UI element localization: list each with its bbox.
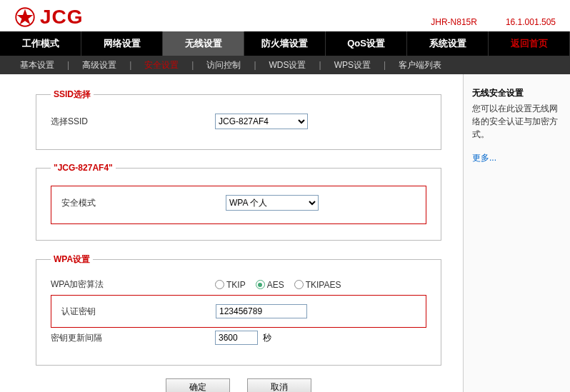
security-fieldset: "JCG-827AF4" 安全模式 WPA 个人 (36, 163, 441, 241)
sidebar-title: 无线安全设置 (472, 87, 561, 99)
nav-wireless[interactable]: 无线设置 (163, 31, 244, 56)
security-mode-label: 安全模式 (61, 197, 226, 209)
radio-tkipaes[interactable]: TKIPAES (294, 280, 341, 290)
wpa-interval-label: 密钥更新间隔 (51, 332, 215, 344)
radio-aes[interactable]: AES (256, 280, 284, 290)
nav-return-home[interactable]: 返回首页 (489, 31, 570, 56)
nav-firewall[interactable]: 防火墙设置 (244, 31, 326, 56)
logo-icon (14, 6, 36, 28)
subnav-security[interactable]: 安全设置 (131, 59, 191, 71)
wpa-key-label: 认证密钥 (61, 306, 216, 318)
wpa-fieldset: WPA设置 WPA加密算法 TKIP AES TKIPAES 认证密钥 密钥 (36, 253, 441, 366)
subnav-wps[interactable]: WPS设置 (321, 59, 384, 71)
subnav-wds[interactable]: WDS设置 (256, 59, 319, 71)
wpa-interval-input[interactable] (215, 331, 258, 345)
interval-suffix: 秒 (263, 333, 271, 343)
sub-nav: 基本设置| 高级设置| 安全设置| 访问控制| WDS设置| WPS设置| 客户… (0, 56, 570, 74)
logo-text: JCG (40, 6, 84, 29)
cancel-button[interactable]: 取消 (247, 378, 311, 392)
ok-button[interactable]: 确定 (166, 378, 230, 392)
sidebar-text: 您可以在此设置无线网络的安全认证与加密方式。 (472, 102, 561, 141)
model-label: JHR-N815R (431, 17, 477, 27)
radio-icon (215, 280, 224, 289)
ssid-legend: SSID选择 (51, 89, 94, 101)
main-content: SSID选择 选择SSID JCG-827AF4 "JCG-827AF4" 安全… (0, 74, 463, 392)
wpa-key-input[interactable] (216, 304, 307, 318)
wpa-algo-label: WPA加密算法 (51, 278, 215, 291)
subnav-clients[interactable]: 客户端列表 (386, 59, 454, 71)
sidebar: 无线安全设置 您可以在此设置无线网络的安全认证与加密方式。 更多... (463, 74, 570, 392)
security-legend: "JCG-827AF4" (51, 163, 116, 173)
nav-work-mode[interactable]: 工作模式 (0, 31, 81, 56)
security-highlight: 安全模式 WPA 个人 (51, 186, 426, 224)
radio-icon (294, 280, 304, 289)
wpa-legend: WPA设置 (51, 253, 93, 266)
header: JCG JHR-N815R 16.1.001.505 (0, 0, 570, 31)
ssid-fieldset: SSID选择 选择SSID JCG-827AF4 (36, 89, 441, 150)
security-mode-select[interactable]: WPA 个人 (226, 195, 319, 211)
logo: JCG (14, 6, 84, 29)
version-label: 16.1.001.505 (506, 17, 556, 27)
nav-network[interactable]: 网络设置 (81, 31, 163, 56)
subnav-advanced[interactable]: 高级设置 (69, 59, 129, 71)
ssid-label: 选择SSID (51, 116, 215, 128)
ssid-select[interactable]: JCG-827AF4 (215, 114, 308, 129)
subnav-basic[interactable]: 基本设置 (7, 59, 67, 71)
subnav-access[interactable]: 访问控制 (194, 59, 254, 71)
nav-system[interactable]: 系统设置 (407, 31, 489, 56)
main-nav: 工作模式 网络设置 无线设置 防火墙设置 QoS设置 系统设置 返回首页 (0, 31, 570, 56)
radio-icon (256, 280, 265, 289)
wpa-key-highlight: 认证密钥 (51, 295, 426, 328)
radio-tkip[interactable]: TKIP (215, 280, 246, 290)
nav-qos[interactable]: QoS设置 (326, 31, 407, 56)
sidebar-more-link[interactable]: 更多... (472, 152, 561, 164)
svg-marker-1 (17, 9, 34, 25)
